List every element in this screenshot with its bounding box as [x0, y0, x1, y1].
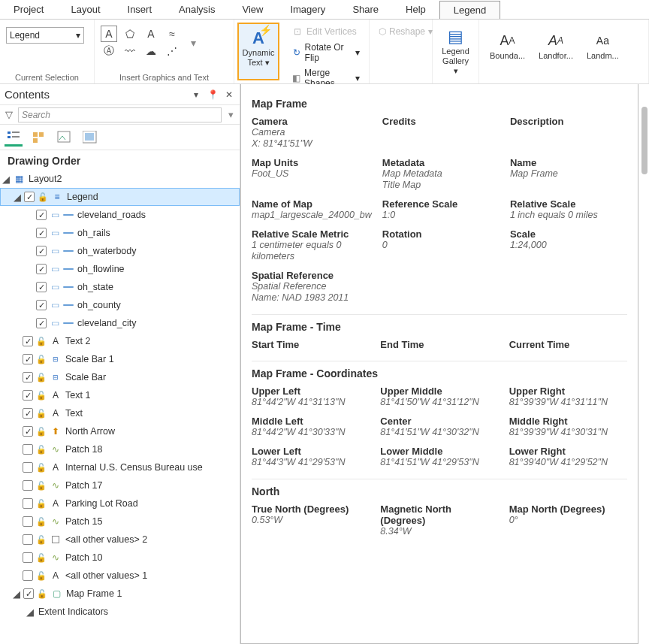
- dyn-refscale[interactable]: Reference Scale1:0: [382, 198, 500, 221]
- menu-legend[interactable]: Legend: [439, 1, 500, 19]
- dyn-magnetic-north[interactable]: Magnetic North (Degrees)8.34°W: [380, 503, 498, 537]
- tree-layout-row[interactable]: ◢ ▦ Layout2: [0, 170, 240, 188]
- lock-icon[interactable]: 🔓: [35, 552, 47, 564]
- dyn-scale[interactable]: Scale1:24,000: [510, 228, 627, 262]
- lock-icon[interactable]: 🔓: [35, 497, 47, 509]
- search-input[interactable]: Search: [18, 107, 222, 122]
- tree-patch-row[interactable]: 🔓AParking Lot Road: [0, 494, 240, 512]
- dyn-upper-middle[interactable]: Upper Middle81°41'50"W 41°31'12"N: [380, 385, 498, 408]
- expand-icon[interactable]: ▾: [185, 26, 201, 60]
- dynamic-text-button[interactable]: A⚡ Dynamic Text ▾: [237, 23, 279, 80]
- tree-patch-row[interactable]: 🔓A<all other values> 1: [0, 567, 240, 585]
- tree-layer-row[interactable]: ▭oh_state: [0, 278, 240, 296]
- patch-checkbox[interactable]: [23, 570, 33, 581]
- tree-item-row[interactable]: 🔓AText 1: [0, 386, 240, 404]
- rotate-flip-button[interactable]: ↻Rotate Or Flip ▾: [288, 41, 363, 65]
- patch-checkbox[interactable]: [23, 516, 33, 527]
- dyn-relmetric[interactable]: Relative Scale Metric1 centimeter equals…: [252, 228, 372, 262]
- lock-icon[interactable]: 🔓: [35, 570, 47, 582]
- dyn-camera[interactable]: CameraCameraX: 81°41'51"W: [252, 116, 372, 150]
- tree-layer-row[interactable]: ▭oh_flowline: [0, 260, 240, 278]
- lock-icon[interactable]: 🔓: [35, 407, 47, 419]
- item-checkbox[interactable]: [23, 372, 33, 382]
- list-by-element-icon[interactable]: [30, 128, 48, 147]
- tree-item-row[interactable]: 🔓⊟Scale Bar: [0, 368, 240, 386]
- edit-vertices-button[interactable]: ⊡Edit Vertices: [288, 24, 363, 39]
- menu-insert[interactable]: Insert: [114, 1, 166, 18]
- dyn-lower-middle[interactable]: Lower Middle81°41'51"W 41°29'53"N: [380, 446, 498, 468]
- lock-icon[interactable]: 🔓: [35, 353, 47, 365]
- dyn-true-north[interactable]: True North (Degrees)0.53°W: [252, 503, 370, 537]
- tree-patch-row[interactable]: 🔓<all other values> 2: [0, 531, 240, 549]
- tree-layer-row[interactable]: ▭oh_county: [0, 296, 240, 314]
- collapse-arrow-icon[interactable]: ◢: [13, 192, 22, 203]
- tree-patch-row[interactable]: 🔓∿Patch 10: [0, 549, 240, 567]
- tree-legend-row[interactable]: ◢ 🔓 ≡ Legend: [0, 188, 240, 206]
- dyn-metadata[interactable]: MetadataMap MetadataTitle Map: [382, 157, 500, 191]
- list-gallery-icon[interactable]: [81, 128, 99, 147]
- dyn-lower-left[interactable]: Lower Left81°44'3"W 41°29'53"N: [252, 446, 370, 468]
- lock-icon[interactable]: 🔓: [35, 534, 47, 546]
- search-menu-icon[interactable]: ▾: [222, 109, 240, 120]
- patch-checkbox[interactable]: [23, 444, 33, 455]
- spline-icon[interactable]: ≈: [164, 26, 180, 42]
- menu-layout[interactable]: Layout: [57, 1, 113, 18]
- collapse-arrow-icon[interactable]: ◢: [12, 588, 21, 600]
- tree-extent-row[interactable]: ◢ Extent Indicators: [0, 603, 240, 621]
- tree-item-row[interactable]: 🔓AText: [0, 404, 240, 422]
- mapframe-checkbox[interactable]: [23, 588, 34, 599]
- text-rect-icon[interactable]: A: [101, 26, 117, 42]
- tree-item-row[interactable]: 🔓⬆North Arrow: [0, 422, 240, 440]
- dyn-mapunits[interactable]: Map UnitsFoot_US: [252, 157, 372, 191]
- item-checkbox[interactable]: [23, 426, 33, 437]
- dyn-nameofmap[interactable]: Name of Mapmap1_largescale_24000_bw: [252, 198, 372, 221]
- legend-checkbox[interactable]: [24, 192, 35, 202]
- polygon-icon[interactable]: ⬠: [122, 26, 138, 42]
- layer-checkbox[interactable]: [36, 210, 47, 220]
- tree-mapframe-row[interactable]: ◢ 🔓 ▢ Map Frame 1: [0, 585, 240, 603]
- landmark-gallery-item[interactable]: AaLandm...: [582, 27, 623, 64]
- dyn-end-time[interactable]: End Time: [380, 339, 498, 350]
- dyn-lower-right[interactable]: Lower Right81°39'40"W 41°29'52"N: [509, 446, 627, 468]
- selection-dropdown[interactable]: Legend▾: [6, 27, 84, 44]
- item-checkbox[interactable]: [23, 408, 33, 419]
- tree-layer-row[interactable]: ▭oh_rails: [0, 224, 240, 242]
- lock-icon[interactable]: 🔓: [35, 479, 47, 491]
- lock-icon[interactable]: 🔓: [35, 389, 47, 401]
- patch-checkbox[interactable]: [23, 462, 33, 473]
- tree-patch-row[interactable]: 🔓∿Patch 17: [0, 476, 240, 494]
- dyn-name[interactable]: NameMap Frame: [510, 157, 627, 191]
- list-drawing-order-icon[interactable]: [5, 128, 23, 147]
- menu-share[interactable]: Share: [339, 1, 392, 18]
- dyn-relscale[interactable]: Relative Scale1 inch equals 0 miles: [510, 198, 627, 221]
- pane-menu-icon[interactable]: ▾: [190, 89, 202, 101]
- patch-checkbox[interactable]: [23, 498, 33, 509]
- dyn-spatref[interactable]: Spatial ReferenceSpatial ReferenceName: …: [252, 270, 372, 304]
- text-circle-icon[interactable]: Ⓐ: [101, 43, 117, 59]
- dyn-upper-right[interactable]: Upper Right81°39'39"W 41°31'11"N: [509, 385, 627, 408]
- lock-icon[interactable]: 🔓: [37, 191, 49, 203]
- dyn-upper-left[interactable]: Upper Left81°44'2"W 41°31'13"N: [252, 385, 370, 408]
- patch-checkbox[interactable]: [23, 480, 33, 491]
- text-a-icon[interactable]: A: [143, 26, 159, 42]
- item-checkbox[interactable]: [23, 390, 33, 401]
- lock-icon[interactable]: 🔓: [35, 516, 47, 528]
- dyn-description[interactable]: Description: [510, 116, 627, 150]
- cloud-icon[interactable]: ☁: [143, 43, 159, 59]
- lock-icon[interactable]: 🔓: [36, 588, 48, 600]
- tree-layer-row[interactable]: ▭cleveland_city: [0, 314, 240, 332]
- patch-checkbox[interactable]: [23, 552, 33, 563]
- layer-checkbox[interactable]: [36, 264, 47, 274]
- landform-gallery-item[interactable]: AALandfor...: [534, 27, 578, 64]
- boundaries-gallery-item[interactable]: AABounda...: [485, 27, 530, 64]
- tree-item-row[interactable]: 🔓AText 2: [0, 332, 240, 350]
- patch-checkbox[interactable]: [23, 534, 33, 545]
- layer-checkbox[interactable]: [36, 300, 47, 310]
- layer-checkbox[interactable]: [36, 228, 47, 238]
- tree-patch-row[interactable]: 🔓∿Patch 15: [0, 512, 240, 531]
- dyn-middle-right[interactable]: Middle Right81°39'39"W 41°30'31"N: [509, 416, 627, 438]
- menu-view[interactable]: View: [228, 1, 276, 18]
- menu-imagery[interactable]: Imagery: [276, 1, 339, 18]
- collapse-arrow-icon[interactable]: ◢: [26, 606, 35, 618]
- legend-gallery-button[interactable]: ▤ Legend Gallery ▾: [439, 23, 472, 79]
